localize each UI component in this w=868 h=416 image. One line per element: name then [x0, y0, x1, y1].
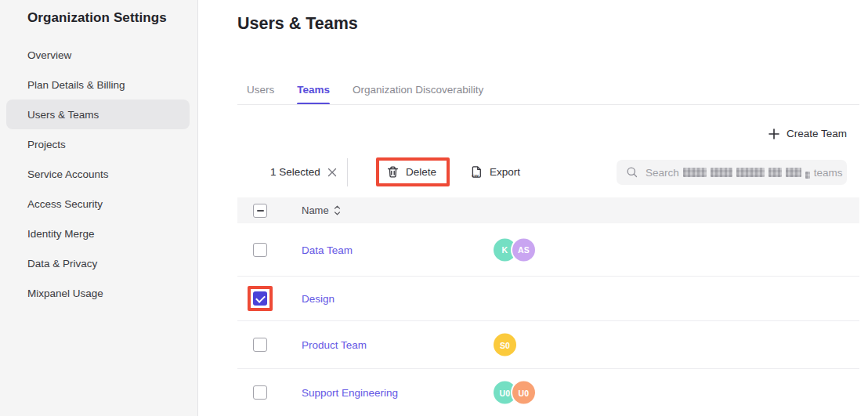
search-icon [626, 166, 638, 179]
search-placeholder: Search teams [646, 167, 843, 179]
organization-settings-page: Organization Settings Overview Plan Deta… [0, 0, 868, 416]
tab-organization-discoverability[interactable]: Organization Discoverability [353, 74, 483, 105]
tab-teams[interactable]: Teams [297, 74, 330, 105]
sidebar-item-plan-details-billing[interactable]: Plan Details & Billing [6, 70, 190, 99]
tabs-divider [237, 104, 859, 105]
sidebar-item-data-privacy[interactable]: Data & Privacy [6, 248, 190, 278]
redacted-text-block [805, 172, 810, 179]
selection-summary: 1 Selected [270, 157, 337, 187]
sidebar-item-users-teams[interactable]: Users & Teams [6, 99, 190, 129]
sidebar-item-identity-merge[interactable]: Identity Merge [6, 219, 190, 248]
page-title: Users & Teams [237, 14, 358, 34]
search-teams-input[interactable]: Search teams [617, 160, 847, 185]
column-header-name: Name [302, 204, 341, 216]
sidebar-item-overview[interactable]: Overview [6, 40, 190, 70]
row-checkbox-checked[interactable] [253, 291, 267, 306]
team-name-link[interactable]: Data Team [302, 244, 353, 255]
svg-text:csv: csv [472, 173, 479, 178]
row-checkbox[interactable] [253, 338, 267, 352]
delete-label: Delete [406, 166, 436, 178]
redacted-text-block [711, 168, 732, 177]
create-team-label: Create Team [787, 128, 847, 139]
redacted-text-block [786, 168, 801, 177]
annotation-highlight-checkbox [248, 286, 273, 311]
csv-file-icon: csv [470, 165, 483, 179]
export-label: Export [490, 166, 520, 178]
member-avatars: K AS [494, 238, 544, 261]
row-checkbox[interactable] [253, 385, 267, 400]
sidebar-nav: Overview Plan Details & Billing Users & … [0, 40, 197, 308]
redacted-text-block [769, 168, 782, 177]
avatar: AS [512, 238, 535, 261]
team-name-link[interactable]: Design [302, 293, 335, 305]
select-all-checkbox[interactable] [253, 204, 267, 218]
plus-icon [769, 128, 779, 139]
annotation-highlight-delete: Delete [376, 157, 450, 186]
table-header-row: Name [237, 197, 859, 223]
sidebar-item-mixpanel-usage[interactable]: Mixpanel Usage [6, 278, 190, 308]
tab-bar: Users Teams Organization Discoverability [247, 74, 483, 105]
member-avatars: S0 [494, 334, 544, 356]
redacted-text-block [683, 168, 707, 177]
close-icon [327, 168, 337, 177]
avatar: U0 [512, 382, 535, 404]
create-team-button[interactable]: Create Team [769, 128, 847, 139]
table-row-support-engineering: Support Engineering U0 U0 [237, 369, 859, 416]
sidebar-item-projects[interactable]: Projects [6, 129, 190, 159]
sidebar: Organization Settings Overview Plan Deta… [0, 0, 198, 416]
sidebar-item-access-security[interactable]: Access Security [6, 189, 190, 219]
redacted-text-block [736, 168, 765, 177]
delete-button[interactable]: Delete [379, 161, 447, 183]
row-checkbox[interactable] [253, 243, 267, 257]
clear-selection-button[interactable] [327, 168, 337, 177]
team-name-link[interactable]: Product Team [302, 339, 367, 351]
export-button[interactable]: csv Export [470, 157, 520, 187]
table-row-product-team: Product Team S0 [237, 321, 859, 369]
table-row-data-team: Data Team K AS [237, 223, 859, 277]
sort-icon[interactable] [334, 205, 341, 215]
trash-icon [386, 165, 400, 179]
member-avatars: U0 U0 [494, 382, 544, 404]
selected-count: 1 Selected [270, 166, 320, 178]
team-name-link[interactable]: Support Engineering [302, 387, 398, 399]
table-row-design: Design [237, 277, 859, 321]
avatar: S0 [494, 334, 516, 356]
sidebar-item-service-accounts[interactable]: Service Accounts [6, 159, 190, 189]
sidebar-title: Organization Settings [0, 0, 197, 26]
tab-users[interactable]: Users [247, 74, 274, 105]
main-content: Users & Teams Users Teams Organization D… [197, 0, 868, 416]
toolbar-divider [347, 158, 348, 186]
